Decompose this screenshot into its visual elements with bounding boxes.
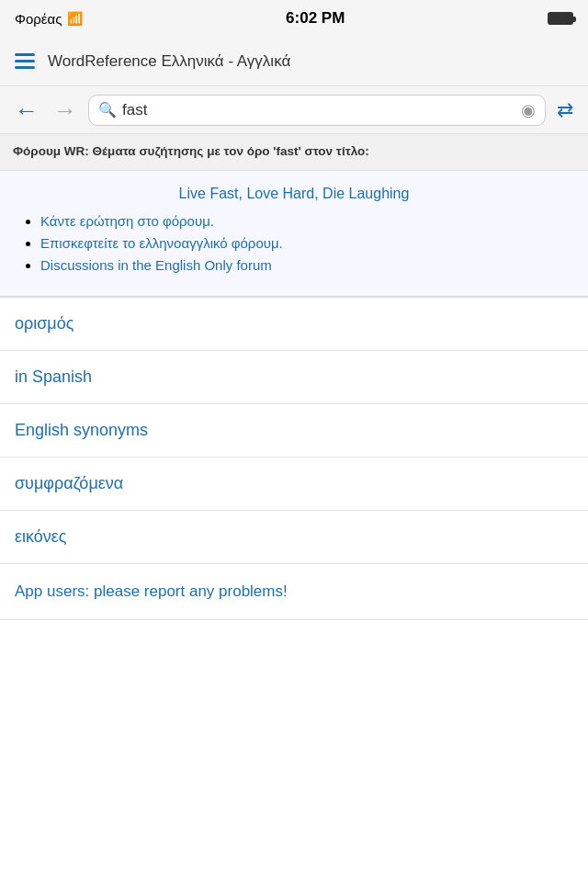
list-item: Επισκεφτείτε το ελληνοαγγλικό φόρουμ. [40, 235, 566, 252]
battery-icon [548, 12, 573, 25]
section-item-ορισμός[interactable]: ορισμός [0, 298, 588, 351]
hamburger-menu-button[interactable] [15, 53, 35, 69]
forum-greek-link[interactable]: Επισκεφτείτε το ελληνοαγγλικό φόρουμ. [40, 235, 283, 251]
carrier-wifi: Φορέας 📶 [15, 11, 83, 27]
section-item-in-spanish[interactable]: in Spanish [0, 351, 588, 404]
wifi-icon: 📶 [67, 11, 83, 26]
clear-button[interactable]: ◉ [521, 102, 536, 119]
list-item: Κάντε ερώτηση στο φόρουμ. [40, 213, 566, 230]
status-bar: Φορέας 📶 6:02 PM [0, 0, 588, 37]
nav-bar: WordReference Ελληνικά - Αγγλικά [0, 37, 588, 86]
swap-languages-button[interactable]: ⇄ [553, 100, 577, 120]
forum-links-list: Κάντε ερώτηση στο φόρουμ. Επισκεφτείτε τ… [22, 213, 566, 274]
search-icon: 🔍 [98, 101, 117, 119]
search-input[interactable] [122, 101, 515, 119]
back-button[interactable]: ← [11, 98, 42, 122]
section-label: συμφραζόμενα [15, 474, 123, 493]
list-item: Discussions in the English Only forum [40, 257, 566, 274]
section-item-συμφραζόμενα[interactable]: συμφραζόμενα [0, 458, 588, 511]
forward-button[interactable]: → [50, 98, 81, 122]
bottom-space [0, 620, 588, 694]
status-time: 6:02 PM [286, 9, 345, 28]
forum-box: Live Fast, Love Hard, Die Laughing Κάντε… [0, 171, 588, 298]
section-label: in Spanish [15, 368, 92, 387]
carrier-label: Φορέας [15, 11, 62, 27]
section-item-εικόνες[interactable]: εικόνες [0, 511, 588, 564]
forum-english-link[interactable]: Discussions in the English Only forum [40, 257, 272, 273]
nav-title: WordReference Ελληνικά - Αγγλικά [48, 52, 290, 71]
section-list: ορισμός in Spanish English synonyms συμφ… [0, 298, 588, 564]
search-input-wrapper: 🔍 ◉ [88, 95, 546, 126]
section-label: εικόνες [15, 527, 67, 547]
app-notice[interactable]: App users: please report any problems! [0, 564, 588, 620]
section-item-english-synonyms[interactable]: English synonyms [0, 404, 588, 458]
forum-link-title[interactable]: Live Fast, Love Hard, Die Laughing [22, 186, 566, 202]
search-bar: ← → 🔍 ◉ ⇄ [0, 86, 588, 134]
section-label: ορισμός [15, 314, 74, 334]
forum-ask-link[interactable]: Κάντε ερώτηση στο φόρουμ. [40, 213, 214, 229]
app-notice-text: App users: please report any problems! [15, 582, 288, 600]
forum-header: Φόρουμ WR: Θέματα συζήτησης με τον όρο '… [0, 134, 588, 171]
section-label: English synonyms [15, 421, 148, 440]
